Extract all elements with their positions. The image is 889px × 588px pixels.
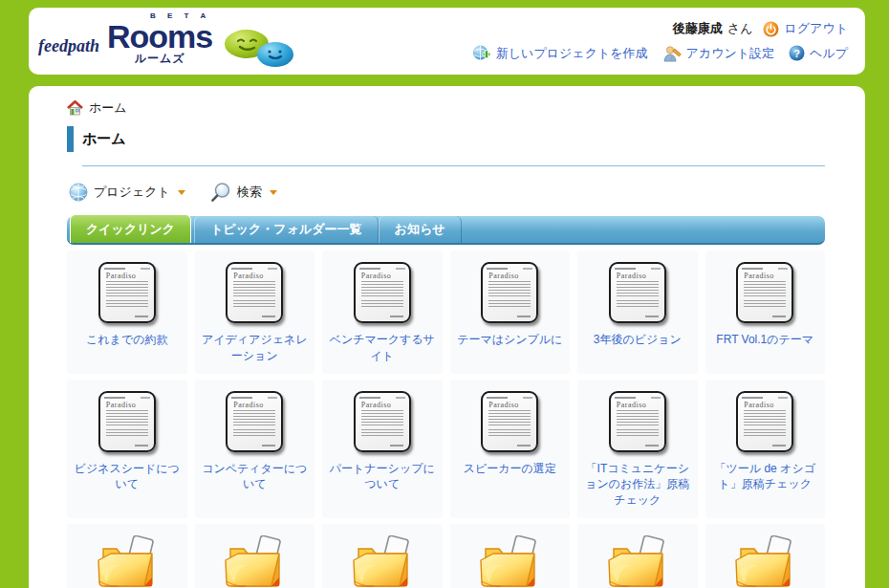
item-label: FRT Vol.1のテーマ	[710, 332, 821, 348]
home-icon	[67, 100, 83, 116]
document-icon: Paradiso	[609, 262, 666, 323]
quicklink-item-document[interactable]: Paradiso 「ツール de オシゴト」原稿チェック	[705, 380, 826, 518]
header-actions-row: 新しいプロジェクトを作成 アカウント設定 ? ヘ	[472, 44, 848, 62]
document-icon: Paradiso	[481, 391, 538, 452]
quicklink-item-document[interactable]: Paradiso ベンチマークするサイト	[322, 250, 443, 374]
feedpath-rooms-logo[interactable]: feedpath B E T A Rooms ルームズ	[38, 14, 294, 68]
search-icon	[210, 182, 231, 203]
document-icon: Paradiso	[226, 391, 283, 452]
document-icon: Paradiso	[98, 391, 156, 452]
item-label: 「ツール de オシゴト」原稿チェック	[710, 461, 821, 493]
title-underline	[82, 165, 825, 166]
project-menu-label: プロジェクト	[94, 184, 170, 201]
document-icon: Paradiso	[226, 262, 283, 323]
item-label: アイディアジェネレーション	[200, 332, 311, 364]
quicklink-item-document[interactable]: Paradiso これまでの約款	[67, 250, 187, 374]
project-dropdown-arrow-icon	[178, 190, 185, 195]
page-title: ホーム	[82, 130, 126, 148]
item-label: テーマはシンプルに	[455, 332, 566, 348]
item-label: 3年後のビジョン	[582, 332, 693, 348]
project-globe-icon	[69, 183, 88, 202]
quicklink-item-document[interactable]: Paradiso 「ITコミュニケーションのお作法」原稿チェック	[577, 380, 698, 518]
logo-feedpath-text: feedpath	[38, 36, 99, 56]
user-name: 後藤康成	[673, 20, 723, 37]
document-icon: Paradiso	[609, 391, 666, 452]
folder-icon	[733, 535, 796, 588]
account-settings-icon	[662, 45, 682, 62]
create-project-link[interactable]: 新しいプロジェクトを作成	[496, 45, 648, 62]
tab-topic-folder-list[interactable]: トピック・フォルダー一覧	[194, 216, 378, 243]
quicklink-item-folder[interactable]: スピーカー向け資料	[195, 524, 315, 588]
header-user-row: 後藤康成 さん ログアウト	[673, 20, 848, 37]
logo-rooms-text: Rooms	[107, 18, 212, 54]
breadcrumb-home-link[interactable]: ホーム	[89, 99, 127, 117]
search-menu-button[interactable]: 検索	[210, 182, 277, 203]
quicklink-item-document[interactable]: Paradiso アイディアジェネレーション	[195, 250, 315, 374]
tab-bar: クイックリンク トピック・フォルダー一覧 お知らせ	[67, 216, 825, 245]
quicklink-item-document[interactable]: Paradiso ビジネスシードについて	[67, 380, 187, 518]
logo-rooms-block: B E T A Rooms ルームズ	[107, 20, 212, 67]
main-content-panel: ホーム ホーム プロジェクト	[29, 86, 865, 588]
quicklink-item-document[interactable]: Paradiso FRT Vol.1のテーマ	[705, 250, 826, 374]
item-label: これまでの約款	[72, 332, 183, 348]
item-label: スピーカーの選定	[455, 461, 566, 477]
document-icon: Paradiso	[481, 262, 538, 323]
tab-news[interactable]: お知らせ	[379, 216, 462, 243]
quicklink-item-folder[interactable]: プレゼンマテリアル	[705, 524, 826, 588]
quicklink-grid: Paradiso これまでの約款 Paradiso アイディアジェネレーション …	[67, 250, 825, 588]
quicklink-item-folder[interactable]: 参加者向け資料	[322, 524, 443, 588]
account-settings-link[interactable]: アカウント設定	[686, 45, 775, 62]
quicklink-item-document[interactable]: Paradiso スピーカーの選定	[450, 380, 571, 518]
search-dropdown-arrow-icon	[270, 190, 277, 195]
quicklink-item-document[interactable]: Paradiso 3年後のビジョン	[577, 250, 698, 374]
search-menu-label: 検索	[237, 184, 262, 201]
project-menu-button[interactable]: プロジェクト	[69, 183, 185, 202]
logo-beta-text: B E T A	[150, 11, 210, 20]
quicklink-item-folder[interactable]: 既存の約款	[67, 524, 187, 588]
quicklink-item-document[interactable]: Paradiso テーマはシンプルに	[450, 250, 571, 374]
page-title-row: ホーム	[67, 126, 825, 152]
quicklink-item-folder[interactable]: プレゼンマテリアル	[577, 524, 698, 588]
document-icon: Paradiso	[736, 391, 793, 452]
document-icon: Paradiso	[354, 391, 411, 452]
help-link[interactable]: ヘルプ	[810, 45, 848, 62]
item-label: コンペティターについて	[200, 461, 311, 493]
help-icon: ?	[789, 45, 805, 61]
create-project-icon	[472, 44, 491, 62]
folder-icon	[223, 535, 286, 588]
logout-power-icon	[763, 21, 779, 37]
item-label: パートナーシップについて	[327, 461, 438, 493]
toolbar: プロジェクト 検索	[69, 182, 825, 203]
folder-icon	[606, 535, 669, 588]
item-label: 「ITコミュニケーションのお作法」原稿チェック	[582, 461, 693, 509]
app-header: feedpath B E T A Rooms ルームズ	[29, 8, 865, 75]
logout-link[interactable]: ログアウト	[784, 20, 848, 37]
folder-icon	[351, 535, 414, 588]
breadcrumb: ホーム	[67, 98, 825, 119]
header-user-area: 後藤康成 さん ログアウト	[472, 20, 848, 62]
user-name-suffix: さん	[727, 20, 753, 37]
item-label: ベンチマークするサイト	[327, 332, 438, 364]
title-accent-bar	[67, 126, 74, 152]
quicklink-item-document[interactable]: Paradiso パートナーシップについて	[322, 380, 443, 518]
tab-quicklink[interactable]: クイックリンク	[70, 214, 191, 243]
document-icon: Paradiso	[736, 262, 793, 323]
item-label: ビジネスシードについて	[72, 461, 183, 493]
quicklink-item-document[interactable]: Paradiso コンペティターについて	[195, 380, 315, 518]
svg-text:?: ?	[793, 48, 800, 59]
folder-icon	[478, 535, 541, 588]
document-icon: Paradiso	[354, 262, 411, 323]
folder-icon	[96, 535, 159, 588]
mascot-blobs-icon	[222, 28, 294, 68]
quicklink-item-folder[interactable]: メディア向け資料	[450, 524, 571, 588]
document-icon: Paradiso	[98, 262, 156, 323]
